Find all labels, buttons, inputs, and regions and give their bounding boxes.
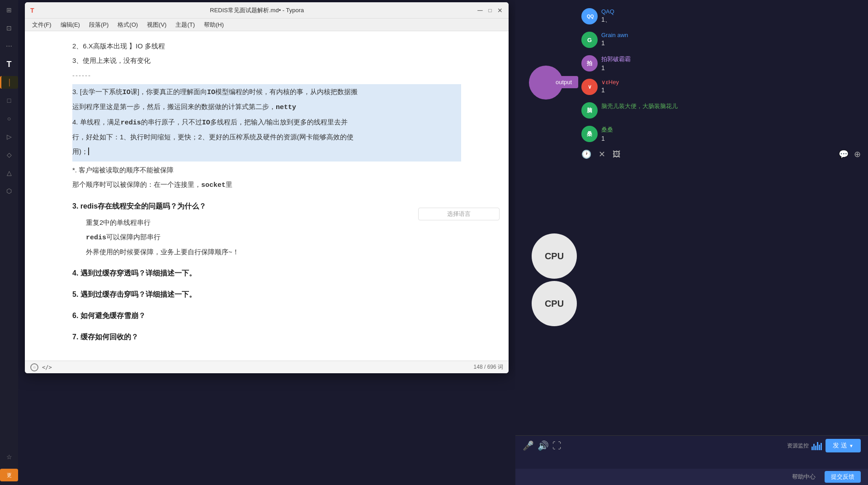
avatar: QQ [581, 8, 598, 24]
volume-icon[interactable]: 🔊 [538, 440, 549, 451]
question-5-section: 5. 遇到过缓存击穿吗？详细描述一下。 [72, 288, 461, 300]
sidebar-icon-update[interactable]: 更 [0, 469, 18, 481]
hl-line-5: 用)；​ [72, 146, 461, 157]
sidebar-icon-star[interactable]: ☆ [3, 451, 15, 463]
chat-comment-icon[interactable]: 💬 [839, 149, 849, 159]
output-button-area: output [549, 76, 578, 88]
chat-message: QQ QAQ 1、 [574, 5, 868, 28]
question-7-section: 7. 缓存如何回收的？ [72, 331, 461, 343]
menu-theme[interactable]: 主题(T) [172, 20, 198, 30]
editor-area[interactable]: 2、6.X高版本出现 】IO 多线程 3、使用上来说，没有变化 ------ 3… [25, 31, 509, 361]
message-content: 拍郭破霸霸 1 [601, 55, 861, 71]
status-circle-icon[interactable]: ○ [30, 363, 38, 371]
chat-action-icons: 💬 ⊕ [839, 149, 861, 159]
sidebar-icon-diamond[interactable]: ◇ [3, 148, 15, 161]
highlighted-block: 3. [去学一下系统IO课]，你要真正的理解面向IO模型编程的时候，有内核的事，… [72, 84, 461, 162]
question-6-section: 6. 如何避免缓存雪崩？ [72, 309, 461, 322]
reaction-img-icon[interactable]: 🖼 [613, 150, 621, 159]
message-text: 1 [601, 64, 861, 71]
output-button[interactable]: output [549, 76, 578, 88]
message-content: ∨εHey 1 [601, 79, 861, 94]
message-username: 桑桑 [601, 126, 861, 134]
q3-item-3: 外界使用的时候要保障，业务上要自行保障顺序~！ [86, 246, 461, 258]
feedback-button[interactable]: 提交反馈 [825, 471, 861, 483]
chat-message: G Grain awn 1 [574, 28, 868, 52]
status-bar: ○ </> 148 / 696 词 [25, 361, 509, 373]
menu-help[interactable]: 帮助(H) [200, 20, 227, 30]
message-text: 1 [601, 135, 861, 142]
menu-edit[interactable]: 编辑(E) [57, 20, 84, 30]
question-4-section: 4. 遇到过缓存穿透吗？详细描述一下。 [72, 267, 461, 279]
left-sidebar: ⊞ ⊡ ⋯ T │ □ ○ ▷ ◇ △ ⬡ ☆ 更 [0, 0, 18, 485]
maximize-button[interactable]: □ [487, 7, 493, 14]
bar-chart-mini [811, 441, 822, 450]
question-3-section: 3. redis存在线程安全的问题吗？为什么？ 重复2中的单线程串行 redis… [72, 200, 461, 258]
sidebar-icon-hex[interactable]: ⬡ [3, 185, 15, 197]
cpu-indicator-1: CPU [532, 233, 577, 279]
hl-line-1: 3. [去学一下系统IO课]，你要真正的理解面向IO模型编程的时候，有内核的事，… [72, 86, 461, 99]
sidebar-icon-text[interactable]: T [3, 58, 15, 71]
bar-5 [819, 445, 820, 450]
q3-item-2: redis可以保障内部串行 [86, 231, 461, 244]
reaction-clock-icon[interactable]: 🕐 [581, 149, 591, 159]
minimize-button[interactable]: ─ [477, 7, 483, 14]
sidebar-icon-cursor[interactable]: │ [0, 76, 18, 89]
chat-message: ∨ ∨εHey 1 [574, 75, 868, 99]
message-text: 1 [601, 86, 861, 94]
cpu-indicator-2: CPU [532, 281, 577, 326]
reaction-x-icon[interactable]: ✕ [599, 149, 605, 159]
hl-line-3: 4. 单线程，满足redis的串行原子，只不过IO多线程后，把输入/输出放到更多… [72, 116, 461, 129]
hl-line-2: 运到程序里这是第一步，然后，搬运回来的数据做的计算式第二步，netty [72, 101, 461, 114]
message-content: 脑壳儿装大便，大肠装脑花儿 [601, 102, 861, 111]
q3-answers: 重复2中的单线程串行 redis可以保障内部串行 外界使用的时候要保障，业务上要… [72, 217, 461, 258]
mic-icon[interactable]: 🎤 [523, 440, 534, 451]
q3-item-1: 重复2中的单线程串行 [86, 217, 461, 228]
svg-text:QQ: QQ [587, 14, 594, 19]
chat-message: 拍 拍郭破霸霸 1 [574, 52, 868, 75]
message-username: 脑壳儿装大便，大肠装脑花儿 [601, 102, 861, 110]
cpu-label-1: CPU [545, 251, 564, 262]
reaction-row: 🕐 ✕ 🖼 💬 ⊕ [574, 146, 868, 163]
message-text: 1、 [601, 16, 861, 24]
status-code-icon[interactable]: </> [42, 364, 52, 371]
bar-4 [817, 442, 818, 450]
question-3-title: 3. redis存在线程安全的问题吗？为什么？ [72, 200, 461, 212]
menu-file[interactable]: 文件(F) [28, 20, 55, 30]
sidebar-icon-search[interactable]: ⊡ [3, 22, 15, 34]
typora-logo-icon: T [30, 7, 34, 14]
sidebar-icon-arrow[interactable]: ▷ [3, 130, 15, 143]
message-text: 1 [601, 39, 861, 47]
chat-more-icon[interactable]: ⊕ [854, 149, 861, 159]
sidebar-icon-triangle[interactable]: △ [3, 166, 15, 179]
sidebar-icon-dots[interactable]: ⋯ [3, 40, 15, 52]
sidebar-icon-circle[interactable]: ○ [3, 112, 15, 125]
send-button-label: 发 送 [833, 442, 847, 450]
language-select[interactable]: 选择语言 [418, 208, 500, 220]
send-row: 🎤 🔊 ⛶ 资源监控 发 送 ▼ [515, 436, 868, 456]
title-bar: T REDIS常见面试题解析.md• - Typora ─ □ ✕ [25, 2, 509, 19]
message-username: 拍郭破霸霸 [601, 55, 861, 63]
question-7-title: 7. 缓存如何回收的？ [72, 331, 461, 343]
sidebar-icon-box[interactable]: □ [3, 94, 15, 107]
menu-bar: 文件(F) 编辑(E) 段落(P) 格式(O) 视图(V) 主题(T) 帮助(H… [25, 19, 509, 31]
help-center-button[interactable]: 帮助中心 [788, 471, 819, 483]
status-left: ○ </> [30, 363, 52, 371]
avatar: ∨ [581, 79, 598, 95]
editor-content: 2、6.X高版本出现 】IO 多线程 3、使用上来说，没有变化 ------ 3… [72, 40, 461, 343]
message-content: QAQ 1、 [601, 8, 861, 24]
send-button[interactable]: 发 送 ▼ [826, 439, 861, 452]
sidebar-icon-home[interactable]: ⊞ [3, 4, 15, 16]
send-dropdown-icon[interactable]: ▼ [849, 443, 854, 448]
menu-format[interactable]: 格式(O) [114, 20, 142, 30]
avatar: 拍 [581, 55, 598, 71]
divider-line: ------ [72, 70, 461, 81]
language-select-placeholder: 选择语言 [447, 210, 471, 217]
fullscreen-icon[interactable]: ⛶ [552, 441, 561, 451]
chat-messages[interactable]: QQ QAQ 1、 G Grain awn 1 拍 拍郭破霸霸 1 [515, 0, 868, 435]
menu-view[interactable]: 视图(V) [143, 20, 170, 30]
avatar: 桑 [581, 126, 598, 142]
close-button[interactable]: ✕ [497, 7, 503, 14]
menu-paragraph[interactable]: 段落(P) [85, 20, 112, 30]
qaq-avatar-icon: QQ [584, 11, 595, 22]
help-bar: 帮助中心 提交反馈 [515, 469, 868, 485]
